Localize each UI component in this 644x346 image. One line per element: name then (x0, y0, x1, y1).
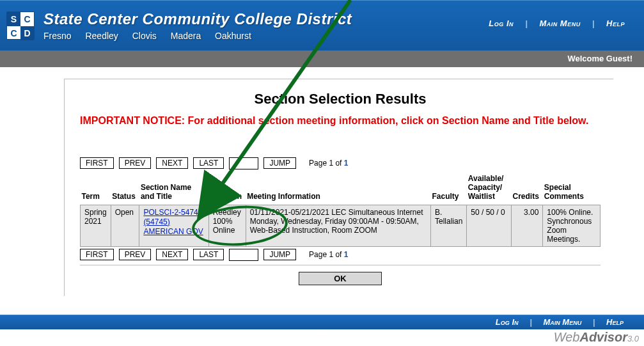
last-button[interactable]: LAST (193, 249, 224, 260)
last-button[interactable]: LAST (193, 157, 224, 169)
col-meeting: Meeting Information (246, 172, 430, 205)
webadvisor-brand: WebAdvisor3.0 (554, 330, 639, 345)
col-faculty: Faculty (430, 172, 466, 205)
top-nav-links: Log In | Main Menu | Help (480, 19, 634, 28)
campus: Reedley (85, 31, 118, 41)
nav-separator: | (593, 317, 595, 327)
campus: Clovis (132, 31, 157, 41)
cell-comments: 100% Online. Synchronous Zoom Meetings. (543, 205, 601, 246)
main-menu-link[interactable]: Main Menu (530, 19, 589, 28)
col-section: Section Name and Title (139, 172, 208, 205)
cell-status: Open (111, 205, 139, 246)
cell-term: Spring 2021 (81, 205, 111, 246)
cell-credits: 3.00 (511, 205, 542, 246)
table-row: Spring 2021 Open POLSCI-2-54745 (54745) … (81, 205, 601, 246)
nav-separator: | (592, 19, 595, 28)
district-logo-icon: S C C D (6, 12, 35, 40)
cell-faculty: B. Tellalian (430, 205, 466, 246)
cell-section: POLSCI-2-54745 (54745) AMERICAN GOV (139, 205, 208, 246)
first-button[interactable]: FIRST (80, 249, 114, 260)
jump-button[interactable]: JUMP (263, 249, 296, 260)
jump-input[interactable] (229, 157, 258, 169)
prev-button[interactable]: PREV (119, 249, 152, 260)
main-menu-link[interactable]: Main Menu (534, 317, 590, 327)
welcome-text: Welcome Guest! (567, 54, 632, 63)
campus-list: Fresno Reedley Clovis Madera Oakhurst (43, 31, 632, 41)
table-header-row: Term Status Section Name and Title Locat… (81, 172, 601, 205)
jump-input[interactable] (229, 249, 258, 261)
top-banner: S C C D State Center Community College D… (0, 0, 644, 51)
page-title: Section Selection Results (80, 91, 601, 107)
col-credits: Credits (511, 172, 542, 205)
welcome-bar: Welcome Guest! (0, 51, 644, 67)
content-panel: Section Selection Results IMPORTANT NOTI… (64, 79, 613, 296)
cell-avail: 50 / 50 / 0 (467, 205, 512, 246)
campus: Oakhurst (215, 31, 251, 41)
help-link[interactable]: Help (597, 317, 632, 327)
pager-bottom: FIRST PREV NEXT LAST JUMP Page 1 of 1 (80, 249, 601, 261)
prev-button[interactable]: PREV (119, 157, 152, 169)
next-button[interactable]: NEXT (156, 249, 188, 260)
nav-separator: | (530, 317, 532, 327)
page-info: Page 1 of 1 (309, 250, 348, 259)
divider (80, 265, 601, 265)
cell-meeting: 01/11/2021-05/21/2021 LEC Simultaneous I… (246, 205, 430, 246)
col-term: Term (81, 172, 111, 205)
important-notice: IMPORTANT NOTICE: For additional section… (80, 114, 601, 128)
col-status: Status (111, 172, 139, 205)
first-button[interactable]: FIRST (80, 157, 114, 169)
bottom-nav: Log In | Main Menu | Help (0, 315, 644, 329)
jump-button[interactable]: JUMP (263, 157, 296, 169)
nav-separator: | (525, 19, 528, 28)
results-table: Term Status Section Name and Title Locat… (80, 172, 601, 247)
login-link[interactable]: Log In (487, 317, 528, 327)
campus: Madera (171, 31, 201, 41)
login-link[interactable]: Log In (480, 19, 522, 28)
col-avail: Available/ Capacity/ Waitlist (467, 172, 512, 205)
help-link[interactable]: Help (597, 19, 634, 28)
next-button[interactable]: NEXT (156, 157, 188, 169)
ok-button[interactable]: OK (299, 272, 382, 285)
section-link[interactable]: POLSCI-2-54745 (54745) AMERICAN GOV (143, 208, 203, 237)
col-location: Location (208, 172, 246, 205)
cell-location: Reedley 100% Online (208, 205, 246, 246)
col-comments: Special Comments (543, 172, 601, 205)
pager-top: FIRST PREV NEXT LAST JUMP Page 1 of 1 (80, 157, 601, 169)
page-info: Page 1 of 1 (309, 159, 348, 168)
campus: Fresno (43, 31, 72, 41)
